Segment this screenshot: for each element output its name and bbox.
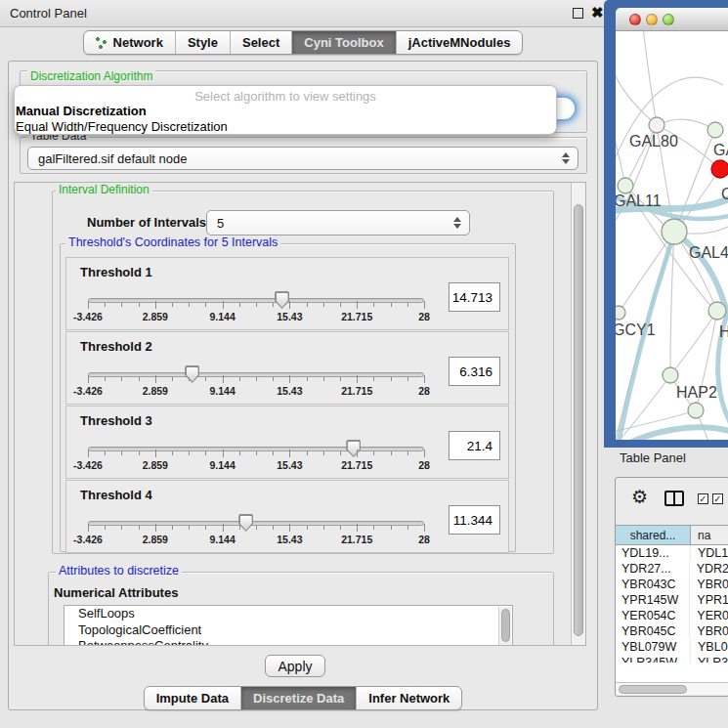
table-row[interactable]: YDR27...YDR2	[616, 561, 728, 577]
node-label-gcy1: GCY1	[616, 321, 656, 339]
tab-jactivemnodules-label: jActiveMNodules	[408, 35, 511, 50]
slider-ticks	[88, 301, 425, 310]
attributes-group-title: Attributes to discretize	[56, 565, 182, 577]
threshold-3-label: Threshold 3	[80, 413, 152, 428]
algorithm-option-manual[interactable]: Manual Discretization	[15, 104, 556, 119]
checkbox-icon[interactable]: ✓	[712, 493, 723, 504]
threshold-2-label: Threshold 2	[80, 339, 152, 354]
network-graph	[616, 31, 728, 440]
node-label-gal11: GAL11	[616, 193, 662, 210]
split-columns-icon[interactable]	[664, 491, 684, 506]
thresholds-group-title: Threshold's Coordinates for 5 Intervals	[65, 236, 280, 248]
table-horizontal-scrollbar[interactable]	[616, 682, 728, 695]
settings-scrollpane: Interval Definition Number of Intervals …	[14, 182, 586, 646]
node-right-mid[interactable]	[708, 302, 726, 320]
scrollpane-scrollbar[interactable]	[571, 183, 585, 646]
discretization-algorithm-group-title: Discretization Algorithm	[27, 70, 155, 82]
number-of-intervals-combobox[interactable]: 5	[206, 210, 470, 236]
stepper-arrows-icon	[453, 217, 461, 229]
threshold-1-value-field[interactable]: 14.713	[449, 282, 500, 312]
tab-style[interactable]: Style	[176, 31, 231, 54]
slider-ticks	[88, 524, 425, 533]
number-of-intervals-value: 5	[217, 216, 224, 231]
table-row[interactable]: YBR045CYBR0	[616, 623, 728, 639]
threshold-4-value-field[interactable]: 11.344	[449, 505, 500, 535]
list-item[interactable]: BetweennessCentrality	[64, 638, 512, 646]
gear-icon[interactable]: ⚙	[631, 488, 648, 506]
tab-select[interactable]: Select	[231, 31, 292, 54]
tab-impute-data[interactable]: Impute Data	[145, 687, 241, 709]
list-item[interactable]: TopologicalCoefficient	[64, 622, 512, 639]
tab-network[interactable]: Network	[84, 31, 176, 54]
table-row[interactable]: YDL19...YDL1	[616, 545, 728, 561]
threshold-3-value-field[interactable]: 21.4	[449, 431, 500, 460]
tab-discretize-data-label: Discretize Data	[253, 691, 344, 706]
control-panel-titlebar: Control Panel ✖	[0, 0, 606, 27]
tab-infer-network[interactable]: Infer Network	[357, 687, 461, 709]
tab-style-label: Style	[188, 35, 218, 50]
table-row[interactable]: YER054CYER0	[616, 608, 728, 623]
node-gal80[interactable]	[649, 117, 664, 133]
apply-button[interactable]: Apply	[265, 655, 325, 677]
threshold-4-label: Threshold 4	[80, 488, 152, 502]
node-label-clipped-mid: C	[721, 186, 728, 203]
threshold-2-panel: Threshold 2 -3.426 2.859 9.144 15.43 21.…	[65, 331, 509, 405]
node-hap2[interactable]	[663, 367, 678, 383]
slider-tick-labels: -3.426 2.859 9.144 15.43 21.715 28	[88, 459, 424, 471]
node-gcy1[interactable]	[616, 306, 625, 320]
threshold-4-panel: Threshold 4 -3.426 2.859 9.144 15.43 21.…	[65, 480, 509, 553]
node-top-right[interactable]	[707, 122, 723, 138]
checkbox-icon[interactable]: ✓	[698, 493, 708, 504]
tab-jactivemnodules[interactable]: jActiveMNodules	[397, 31, 523, 54]
table-panel-title: Table Panel	[620, 450, 686, 465]
numerical-attributes-list[interactable]: SelfLoops TopologicalCoefficient Between…	[64, 605, 513, 646]
node-selected-red[interactable]	[711, 160, 728, 178]
column-header-shared-name[interactable]: shared...	[616, 526, 691, 544]
node-label-gal4: GAL4	[689, 244, 728, 262]
list-scrollbar[interactable]	[498, 607, 511, 646]
close-icon[interactable]: ✖	[591, 4, 604, 21]
node-gal4[interactable]	[662, 219, 687, 244]
table-header-row: shared... na	[616, 525, 728, 545]
number-of-intervals-label: Number of Intervals	[87, 215, 206, 230]
table-row[interactable]: YBR043CYBR0	[616, 577, 728, 592]
list-item[interactable]: SelfLoops	[64, 606, 512, 622]
node-label-gal80: GAL80	[629, 133, 678, 150]
node-bottom[interactable]	[688, 403, 704, 418]
tab-cyni-toolbox-label: Cyni Toolbox	[304, 35, 383, 50]
algorithm-option-equal-width[interactable]: Equal Width/Frequency Discretization	[15, 119, 556, 135]
node-label-clipped-top: GA	[713, 142, 728, 159]
node-gal11[interactable]	[618, 178, 633, 193]
threshold-2-value-field[interactable]: 6.316	[449, 357, 500, 386]
table-data-combobox[interactable]: galFiltered.sif default node	[27, 147, 578, 170]
table-panel-toolbar: ⚙ ✓ ✓	[616, 478, 728, 525]
minimize-traffic-light-icon[interactable]	[646, 14, 658, 25]
node-label-clipped-low: H	[719, 323, 728, 341]
table-row[interactable]: YPR145WYPR1	[616, 592, 728, 608]
table-panel: ⚙ ✓ ✓ shared... na YDL19...YDL1 YDR27...…	[615, 477, 728, 697]
column-header-name[interactable]: na	[691, 526, 728, 544]
slider-tick-labels: -3.426 2.859 9.144 15.43 21.715 28	[88, 534, 424, 545]
close-traffic-light-icon[interactable]	[629, 14, 641, 25]
table-row[interactable]: YBL079WYBL0	[616, 639, 728, 655]
control-panel-title: Control Panel	[10, 6, 87, 21]
network-canvas[interactable]: GAL80 GA GAL11 C GAL4 GCY1 H HAP2	[616, 31, 728, 440]
slider-ticks	[88, 450, 425, 458]
table-data-combobox-value: galFiltered.sif default node	[38, 151, 187, 166]
table-rows: YDL19...YDL1 YDR27...YDR2 YBR043CYBR0 YP…	[616, 545, 728, 663]
tab-select-label: Select	[242, 35, 279, 50]
table-row[interactable]: YLR345WYLR3	[616, 655, 728, 663]
network-window-titlebar	[616, 8, 728, 31]
node-table: shared... na YDL19...YDL1 YDR27...YDR2 Y…	[616, 525, 728, 683]
stepper-arrows-icon	[562, 152, 570, 164]
network-tab-icon	[96, 36, 108, 50]
numerical-attributes-label: Numerical Attributes	[54, 585, 178, 600]
tab-discretize-data[interactable]: Discretize Data	[241, 687, 357, 709]
tab-cyni-toolbox[interactable]: Cyni Toolbox	[292, 31, 396, 54]
threshold-1-label: Threshold 1	[80, 265, 152, 279]
interval-definition-title: Interval Definition	[56, 184, 152, 195]
float-window-icon[interactable]	[573, 8, 583, 19]
tab-infer-network-label: Infer Network	[368, 691, 450, 706]
zoom-traffic-light-icon[interactable]	[663, 14, 674, 25]
slider-ticks	[88, 375, 425, 384]
